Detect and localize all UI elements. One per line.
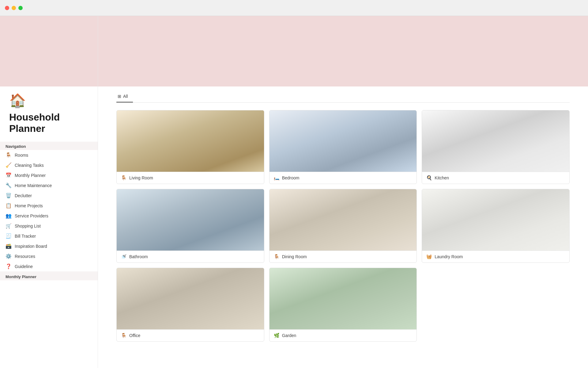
minimize-button[interactable] xyxy=(12,6,16,10)
monthly-planner-label: Monthly Planner xyxy=(15,173,46,178)
bedroom-label: Bedroom xyxy=(282,175,300,180)
laundry-room-image xyxy=(422,189,569,251)
cleaning-tasks-icon: 🧹 xyxy=(6,162,12,168)
tab-all[interactable]: ⊞ All xyxy=(116,91,133,102)
sidebar-item-inspiration-board[interactable]: 🗃️ Inspiration Board xyxy=(0,241,98,251)
bathroom-icon: 🚿 xyxy=(121,254,127,259)
close-button[interactable] xyxy=(5,6,9,10)
sidebar-header-banner xyxy=(0,16,98,86)
gallery-card-extra2[interactable]: 🌿 Garden xyxy=(269,268,417,342)
kitchen-image xyxy=(422,110,569,172)
navigation-header: Navigation xyxy=(0,142,98,150)
sidebar-item-cleaning-tasks[interactable]: 🧹 Cleaning Tasks xyxy=(0,160,98,170)
gallery-card-living-room[interactable]: 🪑 Living Room xyxy=(116,110,264,184)
inspiration-board-icon: 🗃️ xyxy=(6,243,12,249)
extra1-label: Office xyxy=(129,333,140,338)
sidebar-item-bill-tracker[interactable]: 🧾 Bill Tracker xyxy=(0,231,98,241)
extra1-footer: 🪑 Office xyxy=(117,329,264,341)
home-projects-label: Home Projects xyxy=(15,203,43,208)
sidebar-item-shopping-list[interactable]: 🛒 Shopping List xyxy=(0,221,98,231)
extra1-icon: 🪑 xyxy=(121,333,127,338)
window-chrome xyxy=(0,0,588,16)
extra1-image xyxy=(117,268,264,329)
rooms-icon: 🪑 xyxy=(6,152,12,158)
living-room-icon: 🪑 xyxy=(121,175,127,181)
gallery-card-extra1[interactable]: 🪑 Office xyxy=(116,268,264,342)
kitchen-label: Kitchen xyxy=(435,175,449,180)
navigation-section: Navigation 🪑 Rooms 🧹 Cleaning Tasks 📅 Mo… xyxy=(0,139,98,283)
bathroom-image xyxy=(117,189,264,251)
page-title-area: 🏠 Household Planner xyxy=(0,86,98,139)
app-container: 🏠 Household Planner Navigation 🪑 Rooms 🧹… xyxy=(0,16,588,368)
bedroom-footer: 🛏️ Bedroom xyxy=(270,172,417,184)
gallery-grid: 🪑 Living Room 🛏️ Bedroom xyxy=(116,110,570,342)
sidebar-item-home-maintenance[interactable]: 🔧 Home Maintenance xyxy=(0,180,98,190)
sidebar-item-guideline[interactable]: ❓ Guideline xyxy=(0,261,98,271)
sidebar-item-monthly-planner[interactable]: 📅 Monthly Planner xyxy=(0,170,98,180)
extra2-label: Garden xyxy=(282,333,296,338)
shopping-list-icon: 🛒 xyxy=(6,223,12,229)
home-maintenance-label: Home Maintenance xyxy=(15,183,52,188)
gallery-card-kitchen[interactable]: 🍳 Kitchen xyxy=(422,110,570,184)
resources-label: Resources xyxy=(15,254,35,259)
tabs-row: ⊞ All xyxy=(116,86,570,103)
gallery-card-bedroom[interactable]: 🛏️ Bedroom xyxy=(269,110,417,184)
service-providers-label: Service Providers xyxy=(15,213,48,218)
content-header-banner xyxy=(98,16,588,86)
extra2-image xyxy=(270,268,417,329)
sidebar-item-home-projects[interactable]: 📋 Home Projects xyxy=(0,201,98,211)
extra2-icon: 🌿 xyxy=(274,333,280,338)
inspiration-board-label: Inspiration Board xyxy=(15,244,47,249)
home-maintenance-icon: 🔧 xyxy=(6,182,12,188)
bedroom-image xyxy=(270,110,417,172)
content-body: ⊞ All 🪑 Living Room xyxy=(98,86,588,354)
gallery-card-dining-room[interactable]: 🪑 Dining Room xyxy=(269,189,417,263)
all-tab-icon: ⊞ xyxy=(118,94,121,99)
bill-tracker-icon: 🧾 xyxy=(6,233,12,239)
declutter-icon: 🗑️ xyxy=(6,193,12,198)
rooms-label: Rooms xyxy=(15,153,28,158)
sidebar: 🏠 Household Planner Navigation 🪑 Rooms 🧹… xyxy=(0,16,98,368)
page-icon: 🏠 xyxy=(9,93,89,109)
resources-icon: ⚙️ xyxy=(6,253,12,259)
dining-room-icon: 🪑 xyxy=(274,254,280,259)
laundry-room-label: Laundry Room xyxy=(435,254,463,259)
service-providers-icon: 👥 xyxy=(6,213,12,219)
living-room-image xyxy=(117,110,264,172)
extra2-footer: 🌿 Garden xyxy=(270,329,417,341)
home-projects-icon: 📋 xyxy=(6,203,12,209)
sidebar-item-rooms[interactable]: 🪑 Rooms xyxy=(0,150,98,160)
bathroom-footer: 🚿 Bathroom xyxy=(117,251,264,263)
main-content: ⊞ All 🪑 Living Room xyxy=(98,16,588,368)
sidebar-item-service-providers[interactable]: 👥 Service Providers xyxy=(0,211,98,221)
dining-room-label: Dining Room xyxy=(282,254,307,259)
cleaning-tasks-label: Cleaning Tasks xyxy=(15,163,44,168)
sidebar-item-resources[interactable]: ⚙️ Resources xyxy=(0,251,98,261)
monthly-planner-section-header: Monthly Planner xyxy=(0,271,98,280)
page-title: Household Planner xyxy=(9,112,89,134)
bill-tracker-label: Bill Tracker xyxy=(15,234,36,239)
bedroom-icon: 🛏️ xyxy=(274,175,280,181)
declutter-label: Declutter xyxy=(15,193,32,198)
living-room-footer: 🪑 Living Room xyxy=(117,172,264,184)
laundry-room-footer: 🧺 Laundry Room xyxy=(422,251,569,263)
laundry-room-icon: 🧺 xyxy=(426,254,432,259)
living-room-label: Living Room xyxy=(129,175,153,180)
maximize-button[interactable] xyxy=(18,6,23,10)
guideline-icon: ❓ xyxy=(6,263,12,269)
monthly-planner-icon: 📅 xyxy=(6,172,12,178)
tab-all-label: All xyxy=(123,94,128,99)
dining-room-image xyxy=(270,189,417,251)
guideline-label: Guideline xyxy=(15,264,33,269)
shopping-list-label: Shopping List xyxy=(15,224,41,228)
bathroom-label: Bathroom xyxy=(129,254,148,259)
dining-room-footer: 🪑 Dining Room xyxy=(270,251,417,263)
kitchen-footer: 🍳 Kitchen xyxy=(422,172,569,184)
gallery-card-laundry-room[interactable]: 🧺 Laundry Room xyxy=(422,189,570,263)
sidebar-item-declutter[interactable]: 🗑️ Declutter xyxy=(0,190,98,201)
gallery-card-bathroom[interactable]: 🚿 Bathroom xyxy=(116,189,264,263)
kitchen-icon: 🍳 xyxy=(426,175,432,181)
